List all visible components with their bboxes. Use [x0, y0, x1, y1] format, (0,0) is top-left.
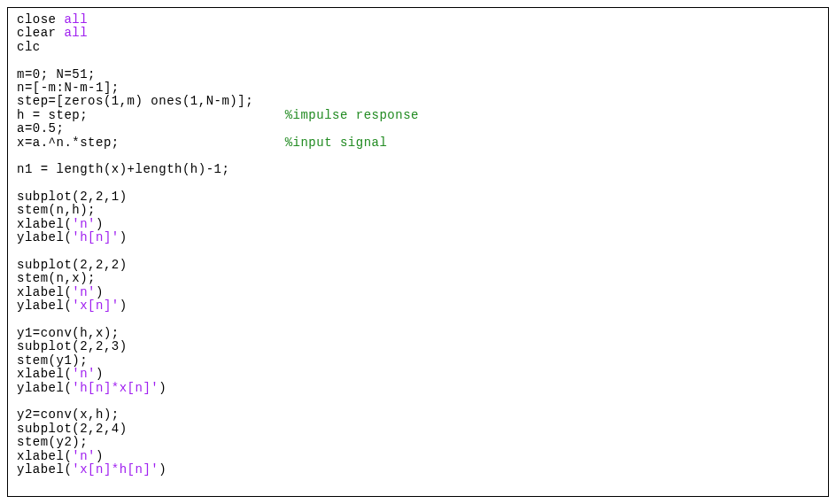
code-text: n=[-m:N-m-1]; [17, 81, 120, 95]
code-line: stem(n,h); [17, 204, 819, 217]
code-text: clc [17, 40, 41, 54]
code-line: n=[-m:N-m-1]; [17, 81, 819, 95]
code-text: clear [17, 26, 64, 40]
code-line: xlabel('n') [17, 450, 819, 463]
code-text: y2=conv(x,h); [17, 407, 120, 422]
comment: %input signal [285, 136, 388, 150]
code-text: ) [159, 381, 166, 395]
code-line: h = step; %impulse response [17, 109, 819, 122]
code-line [17, 395, 819, 408]
code-line: ylabel('x[n]') [17, 299, 819, 313]
string-literal: 'n' [72, 449, 96, 463]
string-literal: 'n' [72, 285, 96, 299]
code-text: ) [96, 367, 104, 381]
code-text: stem(n,x); [17, 271, 96, 285]
code-line: subplot(2,2,3) [17, 340, 819, 353]
string-literal: 'n' [72, 367, 96, 381]
code-line: y2=conv(x,h); [17, 408, 819, 422]
code-text: subplot(2,2,2) [17, 258, 128, 272]
code-text: m=0; N=51; [17, 67, 96, 81]
code-text: ) [96, 449, 104, 463]
code-line [17, 177, 819, 190]
code-text: close [17, 12, 64, 27]
code-text: xlabel( [17, 217, 72, 231]
code-line: subplot(2,2,1) [17, 190, 819, 204]
code-text: xlabel( [17, 285, 72, 299]
string-literal: 'x[n]*h[n]' [72, 462, 159, 477]
code-line: xlabel('n') [17, 286, 819, 299]
code-line [17, 245, 819, 259]
code-text: subplot(2,2,4) [17, 422, 128, 436]
code-container: close all clear all clc m=0; N=51; n=[-m… [7, 7, 829, 497]
code-line [17, 54, 819, 67]
comment: %impulse response [285, 108, 419, 122]
code-line: stem(n,x); [17, 272, 819, 285]
code-text: ) [96, 217, 104, 231]
code-text: ylabel( [17, 462, 72, 477]
code-text: ylabel( [17, 381, 72, 395]
code-text: stem(n,h); [17, 203, 96, 217]
code-line: x=a.^n.*step; %input signal [17, 136, 819, 150]
code-line [17, 477, 819, 490]
code-text: xlabel( [17, 449, 72, 463]
code-line: xlabel('n') [17, 368, 819, 381]
code-text: ) [159, 462, 166, 477]
code-line: close all [17, 13, 819, 27]
code-text: ylabel( [17, 230, 72, 244]
code-line: a=0.5; [17, 122, 819, 136]
code-line: subplot(2,2,4) [17, 423, 819, 436]
code-text: subplot(2,2,3) [17, 339, 128, 353]
code-line [17, 150, 819, 163]
code-line: n1 = length(x)+length(h)-1; [17, 163, 819, 176]
keyword: all [64, 26, 88, 40]
code-text: xlabel( [17, 367, 72, 381]
code-line: ylabel('x[n]*h[n]') [17, 463, 819, 477]
code-text: y1=conv(h,x); [17, 326, 120, 340]
code-text: ylabel( [17, 299, 72, 313]
code-text: stem(y2); [17, 435, 88, 449]
code-line: ylabel('h[n]') [17, 231, 819, 244]
code-line: clc [17, 41, 819, 54]
string-literal: 'x[n]' [72, 299, 119, 313]
code-line: ylabel('h[n]*x[n]') [17, 382, 819, 395]
code-line: subplot(2,2,2) [17, 259, 819, 272]
code-line: stem(y1); [17, 354, 819, 368]
string-literal: 'h[n]*x[n]' [72, 381, 159, 395]
string-literal: 'h[n]' [72, 230, 119, 244]
code-text: ) [120, 299, 128, 313]
code-line: stem(y2); [17, 436, 819, 449]
code-text: n1 = length(x)+length(h)-1; [17, 162, 229, 176]
code-line: step=[zeros(1,m) ones(1,N-m)]; [17, 95, 819, 108]
code-line: y1=conv(h,x); [17, 327, 819, 340]
code-line: clear all [17, 27, 819, 40]
code-line: m=0; N=51; [17, 68, 819, 81]
code-line [17, 314, 819, 327]
string-literal: 'n' [72, 217, 96, 231]
code-text: ) [96, 285, 104, 299]
code-line: xlabel('n') [17, 218, 819, 231]
keyword: all [64, 12, 88, 27]
code-text: a=0.5; [17, 121, 64, 136]
code-text: x=a.^n.*step; [17, 136, 285, 150]
code-text: h = step; [17, 108, 285, 122]
code-text: subplot(2,2,1) [17, 190, 128, 204]
code-text: ) [120, 230, 128, 244]
code-text: step=[zeros(1,m) ones(1,N-m)]; [17, 94, 253, 108]
code-text: stem(y1); [17, 353, 88, 368]
